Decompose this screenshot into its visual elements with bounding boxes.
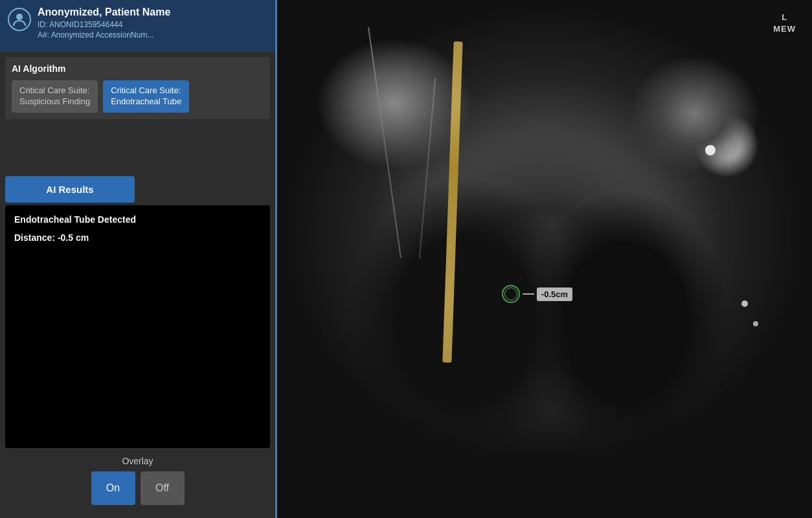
ai-results-content: Endotracheal Tube Detected Distance: -0.… [5, 205, 270, 448]
overlay-section: Overlay On Off [0, 448, 275, 518]
xray-label-l: L [782, 12, 787, 22]
overlay-on-button[interactable]: On [91, 471, 135, 505]
xray-viewer: -0.5cm L MEW [277, 0, 812, 518]
patient-id: ID: ANONID1359546444 [38, 20, 267, 29]
measurement-label: -0.5cm [537, 287, 572, 301]
algorithm-buttons: Critical Care Suite:Suspicious Finding C… [12, 80, 264, 113]
algorithm-spacer [0, 124, 275, 176]
measurement-circle [502, 285, 520, 303]
ai-results-btn-wrap: AI Results [5, 176, 270, 203]
ai-results-button[interactable]: AI Results [5, 176, 135, 203]
et-tube-overlay [443, 41, 463, 363]
ai-algorithm-title: AI Algorithm [12, 63, 264, 74]
wire1-overlay [368, 27, 401, 258]
result-finding-title: Endotracheal Tube Detected [14, 214, 261, 225]
radiopaque-dot1 [705, 145, 716, 155]
overlay-off-button[interactable]: Off [141, 471, 185, 505]
xray-image: -0.5cm L MEW [277, 0, 812, 518]
patient-info: Anonymized, Patient Name ID: ANONID13595… [38, 6, 267, 39]
patient-accession: A#: Anonymized AccessionNum... [38, 30, 267, 39]
ai-algorithm-section: AI Algorithm Critical Care Suite:Suspici… [5, 57, 270, 119]
measurement-annotation: -0.5cm [502, 285, 572, 303]
patient-avatar [8, 8, 31, 31]
patient-name: Anonymized, Patient Name [38, 6, 267, 18]
xray-label-mew: MEW [773, 24, 796, 34]
overlay-buttons: On Off [91, 471, 185, 505]
left-panel: Anonymized, Patient Name ID: ANONID13595… [0, 0, 277, 518]
radiopaque-dot2 [741, 300, 748, 307]
wire2-overlay [419, 78, 436, 258]
measurement-circle-inner [504, 287, 517, 300]
measurement-line [523, 293, 534, 295]
algo-endotracheal-tube-button[interactable]: Critical Care Suite:Endotracheal Tube [103, 80, 189, 113]
radiopaque-dot3 [753, 321, 758, 326]
result-distance: Distance: -0.5 cm [14, 232, 261, 243]
patient-header: Anonymized, Patient Name ID: ANONID13595… [0, 0, 275, 52]
xray-corner-label: L MEW [773, 12, 796, 35]
overlay-label: Overlay [122, 456, 153, 466]
svg-point-0 [16, 14, 23, 20]
algo-suspicious-finding-button[interactable]: Critical Care Suite:Suspicious Finding [12, 80, 98, 113]
